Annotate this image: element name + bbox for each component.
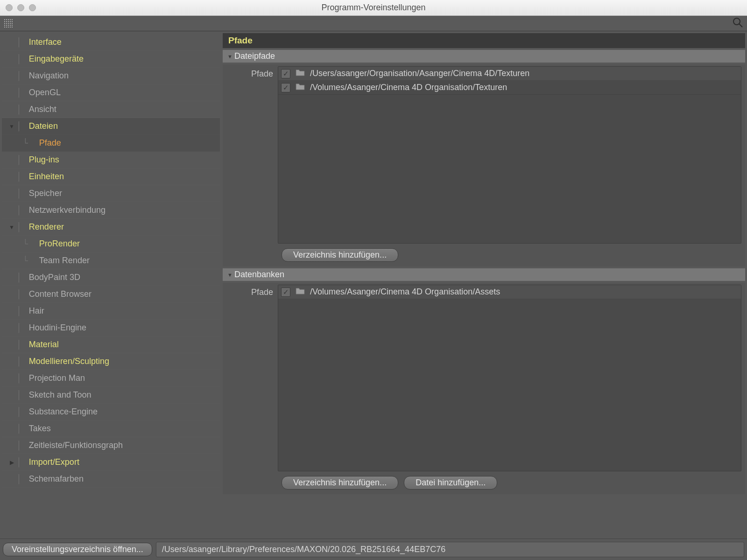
tree-item-bodypaint-3d[interactable]: │BodyPaint 3D <box>2 269 220 286</box>
tree-pipe-icon: │ <box>16 273 21 282</box>
window-title: Programm-Voreinstellungen <box>0 3 747 13</box>
path-checkbox[interactable]: ✓ <box>281 69 290 78</box>
tree-item-navigation[interactable]: │Navigation <box>2 68 220 84</box>
prefs-path-display: /Users/asanger/Library/Preferences/MAXON… <box>156 542 744 557</box>
tree-item-houdini-engine[interactable]: │Houdini-Engine <box>2 320 220 336</box>
tree-item-hair[interactable]: │Hair <box>2 303 220 320</box>
tree-item-einheiten[interactable]: │Einheiten <box>2 168 220 185</box>
folder-icon <box>295 68 305 79</box>
tree-item-label: Schemafarben <box>29 474 84 484</box>
add-file-button[interactable]: Datei hinzufügen... <box>404 476 497 490</box>
tree-item-sketch-and-toon[interactable]: │Sketch and Toon <box>2 387 220 404</box>
window-titlebar: Programm-Voreinstellungen <box>0 0 747 16</box>
preferences-tree: │Interface│Eingabegeräte│Navigation│Open… <box>2 33 220 539</box>
footer: Voreinstellungsverzeichnis öffnen... /Us… <box>0 539 747 560</box>
tree-pipe-icon: │ <box>16 289 21 299</box>
tree-pipe-icon: │ <box>16 441 21 450</box>
twisty-icon: ▼ <box>9 224 14 231</box>
tree-item-zeitleiste-funktionsgraph[interactable]: │Zeitleiste/Funktionsgraph <box>2 437 220 454</box>
tree-item-label: Hair <box>29 306 44 316</box>
content-panel: Pfade ▼ Dateipfade Pfade ✓/Users/asanger… <box>223 33 745 539</box>
tree-pipe-icon: │ <box>16 205 21 215</box>
tree-pipe-icon: │ <box>16 54 21 64</box>
tree-item-eingabeger-te[interactable]: │Eingabegeräte <box>2 51 220 68</box>
search-icon[interactable] <box>732 17 743 30</box>
tree-item-team-render[interactable]: └Team Render <box>2 252 220 269</box>
disclosure-triangle-icon: ▼ <box>227 272 233 278</box>
tree-item-label: Material <box>29 340 59 350</box>
folder-icon <box>295 287 305 297</box>
tree-item-label: Import/Export <box>29 457 79 467</box>
main-area: │Interface│Eingabegeräte│Navigation│Open… <box>0 31 747 539</box>
tree-item-material[interactable]: │Material <box>2 336 220 353</box>
tree-item-prorender[interactable]: └ProRender <box>2 236 220 252</box>
tree-pipe-icon: │ <box>16 424 21 434</box>
tree-item-speicher[interactable]: │Speicher <box>2 185 220 202</box>
field-label: Pfade <box>226 285 273 297</box>
tree-pipe-icon: │ <box>16 340 21 350</box>
file-paths-list[interactable]: ✓/Users/asanger/Organisation/Asanger/Cin… <box>278 66 741 244</box>
tree-item-label: Plug-ins <box>29 155 59 165</box>
tree-pipe-icon: │ <box>16 407 21 417</box>
section-body-dateipfade: Pfade ✓/Users/asanger/Organisation/Asang… <box>223 64 745 266</box>
tree-item-modellieren-sculpting[interactable]: │Modellieren/Sculpting <box>2 353 220 370</box>
toolbar <box>0 16 747 31</box>
path-row[interactable]: ✓/Volumes/Asanger/Cinema 4D Organisation… <box>278 81 741 95</box>
path-text: /Volumes/Asanger/Cinema 4D Organisation/… <box>310 287 500 297</box>
tree-item-label: Einheiten <box>29 172 64 182</box>
tree-item-ansicht[interactable]: │Ansicht <box>2 101 220 118</box>
section-label: Dateipfade <box>234 51 275 61</box>
tree-item-label: Ansicht <box>29 105 56 114</box>
tree-item-opengl[interactable]: │OpenGL <box>2 84 220 101</box>
tree-pipe-icon: │ <box>16 373 21 383</box>
tree-pipe-icon: │ <box>16 121 21 131</box>
tree-item-label: Zeitleiste/Funktionsgraph <box>29 441 123 450</box>
tree-pipe-icon: └ <box>23 138 28 148</box>
tree-item-import-export[interactable]: ▶│Import/Export <box>2 454 220 471</box>
tree-item-label: Netzwerkverbindung <box>29 205 106 215</box>
tree-item-label: Navigation <box>29 71 69 81</box>
tree-pipe-icon: │ <box>16 71 21 81</box>
tree-item-label: Speicher <box>29 189 62 198</box>
path-row[interactable]: ✓/Volumes/Asanger/Cinema 4D Organisation… <box>278 285 741 299</box>
path-checkbox[interactable]: ✓ <box>281 83 290 92</box>
tree-item-content-browser[interactable]: │Content Browser <box>2 286 220 303</box>
tree-pipe-icon: │ <box>16 357 21 366</box>
add-directory-button[interactable]: Verzeichnis hinzufügen... <box>282 248 398 262</box>
path-row[interactable]: ✓/Users/asanger/Organisation/Asanger/Cin… <box>278 67 741 81</box>
path-checkbox[interactable]: ✓ <box>281 287 290 297</box>
tree-item-label: ProRender <box>39 239 80 249</box>
section-header-datenbanken[interactable]: ▼ Datenbanken <box>223 268 745 281</box>
disclosure-triangle-icon: ▼ <box>227 54 233 59</box>
tree-pipe-icon: │ <box>16 105 21 114</box>
tree-item-projection-man[interactable]: │Projection Man <box>2 370 220 387</box>
tree-item-interface[interactable]: │Interface <box>2 34 220 51</box>
tree-item-renderer[interactable]: ▼│Renderer <box>2 219 220 236</box>
tree-item-takes[interactable]: │Takes <box>2 420 220 437</box>
twisty-icon: ▼ <box>9 123 14 130</box>
tree-item-substance-engine[interactable]: │Substance-Engine <box>2 404 220 420</box>
tree-item-label: Sketch and Toon <box>29 390 92 400</box>
db-paths-list[interactable]: ✓/Volumes/Asanger/Cinema 4D Organisation… <box>278 285 741 471</box>
svg-line-1 <box>739 24 742 27</box>
tree-item-label: Projection Man <box>29 373 85 383</box>
tree-item-dateien[interactable]: ▼│Dateien <box>2 118 220 135</box>
tree-pipe-icon: │ <box>16 172 21 182</box>
grid-icon[interactable] <box>4 19 13 28</box>
tree-item-label: Pfade <box>39 138 61 148</box>
tree-item-label: Content Browser <box>29 289 92 299</box>
field-label: Pfade <box>226 66 273 79</box>
add-directory-button[interactable]: Verzeichnis hinzufügen... <box>282 476 398 490</box>
tree-item-label: OpenGL <box>29 88 61 98</box>
open-prefs-dir-button[interactable]: Voreinstellungsverzeichnis öffnen... <box>3 543 152 556</box>
svg-point-0 <box>733 18 740 25</box>
section-header-dateipfade[interactable]: ▼ Dateipfade <box>223 50 745 63</box>
tree-item-pfade[interactable]: └Pfade <box>2 135 220 152</box>
tree-item-label: Modellieren/Sculpting <box>29 357 109 366</box>
tree-pipe-icon: │ <box>16 323 21 333</box>
tree-pipe-icon: │ <box>16 189 21 198</box>
tree-item-plug-ins[interactable]: │Plug-ins <box>2 152 220 168</box>
section-label: Datenbanken <box>234 270 284 280</box>
tree-item-schemafarben[interactable]: │Schemafarben <box>2 471 220 488</box>
tree-item-netzwerkverbindung[interactable]: │Netzwerkverbindung <box>2 202 220 219</box>
